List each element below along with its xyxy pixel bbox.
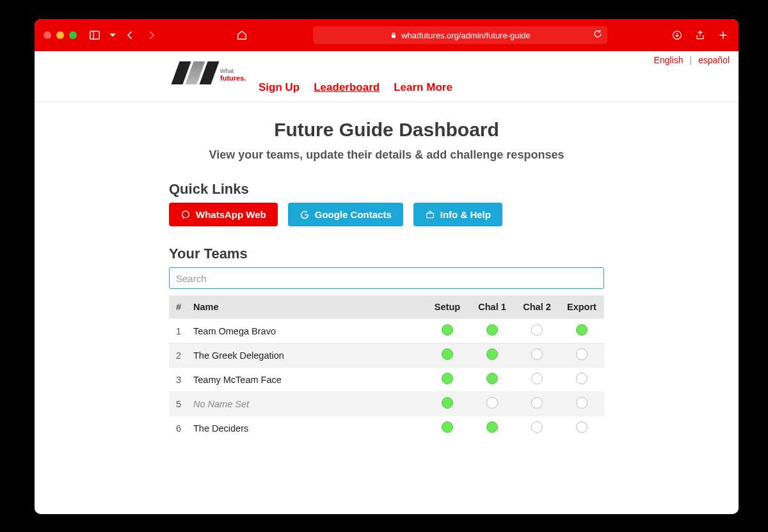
table-row[interactable]: 5No Name Set (169, 392, 604, 416)
search-input[interactable] (169, 267, 604, 289)
cell-export (559, 319, 604, 343)
cell-name: No Name Set (188, 392, 425, 416)
status-dot (576, 348, 588, 360)
browser-window: whatfutures.org/admin/future-guide Engli… (35, 19, 739, 514)
minimize-window-button[interactable] (56, 31, 64, 39)
teams-table: # Name Setup Chal 1 Chal 2 Export 1Team … (169, 295, 604, 440)
google-icon (300, 210, 310, 220)
status-dot (531, 421, 543, 433)
close-window-button[interactable] (44, 31, 51, 39)
cell-chal2 (515, 343, 559, 368)
status-dot (442, 421, 453, 433)
url-text: whatfutures.org/admin/future-guide (401, 31, 531, 40)
status-dot (442, 397, 453, 409)
main-content: Future Guide Dashboard View your teams, … (169, 102, 604, 440)
status-dot (576, 397, 588, 409)
table-row[interactable]: 2The Greek Delegation (169, 343, 604, 368)
lang-separator: | (689, 55, 692, 65)
cell-name: The Greek Delegation (188, 343, 425, 368)
cell-chal1 (470, 319, 515, 343)
home-icon[interactable] (236, 29, 248, 42)
status-dot (576, 324, 588, 336)
info-help-button[interactable]: Info & Help (413, 203, 502, 226)
your-teams-heading: Your Teams (169, 246, 604, 262)
cell-chal2 (515, 392, 559, 416)
table-row[interactable]: 1Team Omega Bravo (169, 319, 604, 343)
google-contacts-button[interactable]: Google Contacts (288, 203, 403, 226)
logo-mark (175, 61, 227, 84)
maximize-window-button[interactable] (69, 31, 77, 39)
site-logo[interactable]: What futures. (175, 61, 239, 90)
status-dot (486, 397, 498, 409)
table-row[interactable]: 3Teamy McTeam Face (169, 368, 604, 392)
nav-links: Sign Up Leaderboard Learn More (259, 81, 452, 95)
whatsapp-icon (180, 210, 191, 220)
cell-setup (425, 319, 470, 343)
cell-setup (425, 343, 470, 368)
cell-num: 3 (169, 368, 188, 392)
url-bar[interactable]: whatfutures.org/admin/future-guide (313, 26, 607, 44)
col-name: Name (188, 295, 425, 319)
quick-links: WhatsApp Web Google Contacts Info & Help (169, 203, 604, 226)
info-label: Info & Help (440, 209, 491, 220)
new-tab-icon[interactable] (717, 29, 730, 42)
sidebar-toggle-icon[interactable] (88, 29, 101, 42)
status-dot (531, 348, 543, 360)
window-controls (44, 31, 77, 39)
quick-links-heading: Quick Links (169, 181, 604, 198)
cell-chal1 (470, 392, 515, 416)
status-dot (486, 421, 498, 433)
col-num: # (169, 295, 188, 319)
status-dot (531, 324, 543, 336)
status-dot (531, 397, 543, 409)
cell-num: 1 (169, 319, 188, 343)
col-chal2: Chal 2 (515, 295, 559, 319)
cell-num: 5 (169, 392, 188, 416)
downloads-icon[interactable] (671, 29, 684, 42)
status-dot (576, 421, 588, 433)
cell-setup (425, 392, 470, 416)
cell-name: Team Omega Bravo (188, 319, 425, 343)
page-subtitle: View your teams, update their details & … (169, 148, 604, 162)
col-chal1: Chal 1 (470, 295, 515, 319)
table-header-row: # Name Setup Chal 1 Chal 2 Export (169, 295, 604, 319)
status-dot (576, 373, 588, 384)
language-switcher: English | español (35, 51, 739, 65)
svg-rect-0 (90, 31, 99, 40)
cell-num: 6 (169, 416, 188, 441)
cell-chal2 (515, 368, 559, 392)
cell-chal2 (515, 416, 559, 441)
cell-export (559, 368, 604, 392)
nav-learnmore[interactable]: Learn More (394, 81, 452, 94)
table-row[interactable]: 6The Deciders (169, 416, 604, 441)
nav-signup[interactable]: Sign Up (259, 81, 300, 94)
whatsapp-web-button[interactable]: WhatsApp Web (169, 203, 278, 226)
status-dot (531, 373, 543, 384)
cell-export (559, 343, 604, 368)
logo-text-2: futures. (220, 74, 246, 82)
status-dot (442, 324, 453, 336)
lang-english[interactable]: English (654, 55, 684, 65)
share-icon[interactable] (694, 29, 707, 42)
briefcase-icon (425, 210, 435, 220)
status-dot (442, 348, 453, 360)
google-label: Google Contacts (315, 209, 392, 220)
col-setup: Setup (425, 295, 470, 319)
status-dot (486, 373, 498, 384)
tab-dropdown-icon[interactable] (109, 29, 116, 42)
svg-rect-4 (426, 213, 433, 217)
page-title: Future Guide Dashboard (169, 119, 604, 141)
lang-spanish[interactable]: español (698, 55, 730, 65)
cell-setup (425, 416, 470, 441)
logo-text-1: What (220, 68, 234, 74)
cell-chal1 (470, 368, 515, 392)
refresh-icon[interactable] (593, 29, 602, 40)
col-export: Export (559, 295, 604, 319)
back-button[interactable] (124, 29, 137, 42)
nav-leaderboard[interactable]: Leaderboard (314, 81, 380, 94)
whatsapp-label: WhatsApp Web (196, 209, 266, 220)
cell-name: Teamy McTeam Face (188, 368, 425, 392)
cell-chal1 (470, 343, 515, 368)
forward-button[interactable] (145, 29, 157, 42)
status-dot (486, 324, 498, 336)
